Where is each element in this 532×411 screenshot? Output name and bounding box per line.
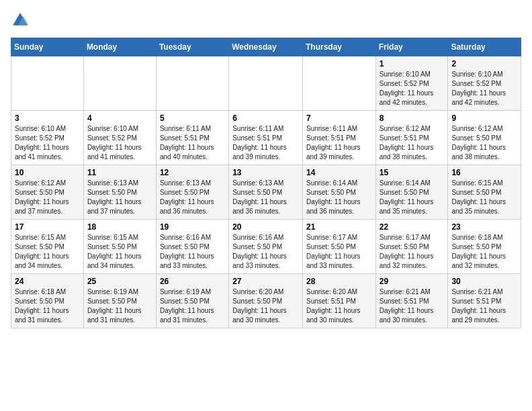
- day-number: 11: [87, 168, 152, 177]
- day-number: 22: [380, 222, 445, 232]
- day-number: 7: [306, 113, 372, 123]
- day-info: Sunrise: 6:13 AM Sunset: 5:50 PM Dayligh…: [87, 179, 152, 216]
- calendar-cell: 13Sunrise: 6:13 AM Sunset: 5:50 PM Dayli…: [229, 165, 303, 220]
- calendar-cell: 6Sunrise: 6:11 AM Sunset: 5:51 PM Daylig…: [229, 111, 303, 165]
- day-info: Sunrise: 6:14 AM Sunset: 5:50 PM Dayligh…: [380, 179, 445, 216]
- day-number: 24: [15, 277, 80, 286]
- weekday-header-saturday: Saturday: [448, 38, 521, 56]
- day-number: 30: [451, 277, 517, 286]
- calendar-cell: 15Sunrise: 6:14 AM Sunset: 5:50 PM Dayli…: [375, 165, 448, 220]
- day-info: Sunrise: 6:21 AM Sunset: 5:51 PM Dayligh…: [380, 287, 445, 325]
- day-info: Sunrise: 6:17 AM Sunset: 5:50 PM Dayligh…: [306, 233, 372, 271]
- calendar-week-1: 1Sunrise: 6:10 AM Sunset: 5:52 PM Daylig…: [11, 56, 521, 111]
- page-header: [11, 11, 521, 30]
- day-info: Sunrise: 6:16 AM Sunset: 5:50 PM Dayligh…: [160, 233, 225, 271]
- calendar-cell: [302, 56, 375, 111]
- day-number: 17: [15, 222, 80, 232]
- weekday-header-sunday: Sunday: [11, 38, 84, 56]
- day-info: Sunrise: 6:18 AM Sunset: 5:50 PM Dayligh…: [15, 287, 80, 325]
- calendar-cell: 20Sunrise: 6:16 AM Sunset: 5:50 PM Dayli…: [229, 220, 303, 274]
- day-number: 3: [15, 113, 80, 123]
- day-info: Sunrise: 6:11 AM Sunset: 5:51 PM Dayligh…: [306, 124, 372, 162]
- day-number: 27: [232, 277, 299, 286]
- day-number: 6: [232, 113, 299, 123]
- day-number: 18: [87, 222, 152, 232]
- day-info: Sunrise: 6:12 AM Sunset: 5:51 PM Dayligh…: [380, 124, 445, 162]
- day-number: 23: [451, 222, 517, 232]
- calendar-cell: [229, 56, 303, 111]
- day-info: Sunrise: 6:21 AM Sunset: 5:51 PM Dayligh…: [451, 287, 517, 325]
- weekday-header-wednesday: Wednesday: [229, 38, 303, 56]
- calendar-cell: 1Sunrise: 6:10 AM Sunset: 5:52 PM Daylig…: [375, 56, 448, 111]
- day-number: 19: [160, 222, 225, 232]
- day-info: Sunrise: 6:10 AM Sunset: 5:52 PM Dayligh…: [15, 124, 80, 162]
- calendar-cell: [83, 56, 156, 111]
- weekday-header-monday: Monday: [83, 38, 156, 56]
- calendar-cell: 4Sunrise: 6:10 AM Sunset: 5:52 PM Daylig…: [83, 111, 156, 165]
- calendar-cell: 25Sunrise: 6:19 AM Sunset: 5:50 PM Dayli…: [83, 274, 156, 328]
- day-number: 5: [160, 113, 225, 123]
- calendar-cell: 3Sunrise: 6:10 AM Sunset: 5:52 PM Daylig…: [11, 111, 84, 165]
- calendar-cell: 5Sunrise: 6:11 AM Sunset: 5:51 PM Daylig…: [156, 111, 228, 165]
- calendar-cell: 7Sunrise: 6:11 AM Sunset: 5:51 PM Daylig…: [302, 111, 375, 165]
- day-info: Sunrise: 6:15 AM Sunset: 5:50 PM Dayligh…: [87, 233, 152, 271]
- calendar-cell: [156, 56, 228, 111]
- day-info: Sunrise: 6:10 AM Sunset: 5:52 PM Dayligh…: [87, 124, 152, 162]
- calendar-week-2: 3Sunrise: 6:10 AM Sunset: 5:52 PM Daylig…: [11, 111, 521, 165]
- day-info: Sunrise: 6:10 AM Sunset: 5:52 PM Dayligh…: [451, 70, 517, 107]
- calendar-week-3: 10Sunrise: 6:12 AM Sunset: 5:50 PM Dayli…: [11, 165, 521, 220]
- calendar-cell: 24Sunrise: 6:18 AM Sunset: 5:50 PM Dayli…: [11, 274, 84, 328]
- calendar-week-5: 24Sunrise: 6:18 AM Sunset: 5:50 PM Dayli…: [11, 274, 521, 328]
- day-number: 12: [160, 168, 225, 177]
- calendar-cell: 19Sunrise: 6:16 AM Sunset: 5:50 PM Dayli…: [156, 220, 228, 274]
- logo-icon: [11, 11, 30, 30]
- day-number: 8: [380, 113, 445, 123]
- calendar-header: SundayMondayTuesdayWednesdayThursdayFrid…: [11, 38, 521, 56]
- calendar-cell: 21Sunrise: 6:17 AM Sunset: 5:50 PM Dayli…: [302, 220, 375, 274]
- day-number: 10: [15, 168, 80, 177]
- day-info: Sunrise: 6:12 AM Sunset: 5:50 PM Dayligh…: [451, 124, 517, 162]
- calendar-cell: 14Sunrise: 6:14 AM Sunset: 5:50 PM Dayli…: [302, 165, 375, 220]
- calendar-cell: 28Sunrise: 6:20 AM Sunset: 5:51 PM Dayli…: [302, 274, 375, 328]
- day-info: Sunrise: 6:15 AM Sunset: 5:50 PM Dayligh…: [15, 233, 80, 271]
- day-number: 14: [306, 168, 372, 177]
- calendar-cell: 30Sunrise: 6:21 AM Sunset: 5:51 PM Dayli…: [448, 274, 521, 328]
- day-info: Sunrise: 6:13 AM Sunset: 5:50 PM Dayligh…: [232, 179, 299, 216]
- calendar-cell: 8Sunrise: 6:12 AM Sunset: 5:51 PM Daylig…: [375, 111, 448, 165]
- calendar-cell: 26Sunrise: 6:19 AM Sunset: 5:50 PM Dayli…: [156, 274, 228, 328]
- calendar-cell: 18Sunrise: 6:15 AM Sunset: 5:50 PM Dayli…: [83, 220, 156, 274]
- calendar-cell: [11, 56, 84, 111]
- day-number: 13: [232, 168, 299, 177]
- day-number: 28: [306, 277, 372, 286]
- day-info: Sunrise: 6:10 AM Sunset: 5:52 PM Dayligh…: [380, 70, 445, 107]
- day-info: Sunrise: 6:15 AM Sunset: 5:50 PM Dayligh…: [451, 179, 517, 216]
- day-info: Sunrise: 6:20 AM Sunset: 5:50 PM Dayligh…: [232, 287, 299, 325]
- calendar-cell: 2Sunrise: 6:10 AM Sunset: 5:52 PM Daylig…: [448, 56, 521, 111]
- day-number: 4: [87, 113, 152, 123]
- day-number: 25: [87, 277, 152, 286]
- day-number: 16: [451, 168, 517, 177]
- weekday-header-thursday: Thursday: [302, 38, 375, 56]
- day-info: Sunrise: 6:11 AM Sunset: 5:51 PM Dayligh…: [160, 124, 225, 162]
- weekday-header-tuesday: Tuesday: [156, 38, 228, 56]
- calendar-cell: 17Sunrise: 6:15 AM Sunset: 5:50 PM Dayli…: [11, 220, 84, 274]
- calendar-cell: 29Sunrise: 6:21 AM Sunset: 5:51 PM Dayli…: [375, 274, 448, 328]
- day-number: 2: [451, 59, 517, 68]
- day-info: Sunrise: 6:17 AM Sunset: 5:50 PM Dayligh…: [380, 233, 445, 271]
- day-info: Sunrise: 6:18 AM Sunset: 5:50 PM Dayligh…: [451, 233, 517, 271]
- day-info: Sunrise: 6:12 AM Sunset: 5:50 PM Dayligh…: [15, 179, 80, 216]
- calendar-cell: 12Sunrise: 6:13 AM Sunset: 5:50 PM Dayli…: [156, 165, 228, 220]
- day-number: 15: [380, 168, 445, 177]
- calendar-cell: 27Sunrise: 6:20 AM Sunset: 5:50 PM Dayli…: [229, 274, 303, 328]
- day-info: Sunrise: 6:16 AM Sunset: 5:50 PM Dayligh…: [232, 233, 299, 271]
- calendar-week-4: 17Sunrise: 6:15 AM Sunset: 5:50 PM Dayli…: [11, 220, 521, 274]
- calendar-cell: 10Sunrise: 6:12 AM Sunset: 5:50 PM Dayli…: [11, 165, 84, 220]
- day-info: Sunrise: 6:13 AM Sunset: 5:50 PM Dayligh…: [160, 179, 225, 216]
- calendar-cell: 11Sunrise: 6:13 AM Sunset: 5:50 PM Dayli…: [83, 165, 156, 220]
- day-info: Sunrise: 6:19 AM Sunset: 5:50 PM Dayligh…: [87, 287, 152, 325]
- day-info: Sunrise: 6:19 AM Sunset: 5:50 PM Dayligh…: [160, 287, 225, 325]
- calendar-cell: 23Sunrise: 6:18 AM Sunset: 5:50 PM Dayli…: [448, 220, 521, 274]
- day-number: 20: [232, 222, 299, 232]
- day-number: 9: [451, 113, 517, 123]
- day-info: Sunrise: 6:20 AM Sunset: 5:51 PM Dayligh…: [306, 287, 372, 325]
